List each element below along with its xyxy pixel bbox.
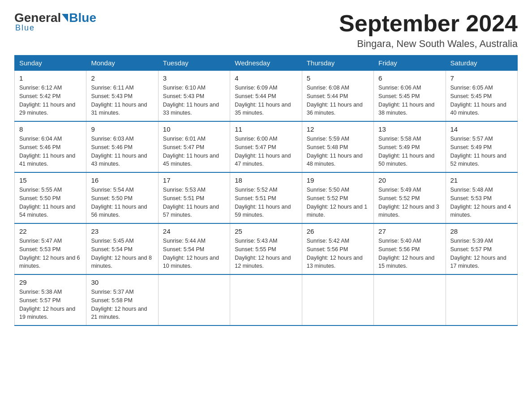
day-info: Sunrise: 6:05 AMSunset: 5:45 PMDaylight:… — [450, 84, 513, 117]
calendar-cell: 14Sunrise: 5:57 AMSunset: 5:49 PMDayligh… — [446, 121, 517, 172]
weekday-header-tuesday: Tuesday — [158, 56, 230, 71]
weekday-header-thursday: Thursday — [302, 56, 373, 71]
calendar-cell — [158, 274, 230, 325]
day-info: Sunrise: 5:58 AMSunset: 5:49 PMDaylight:… — [378, 135, 441, 168]
calendar-cell: 15Sunrise: 5:55 AMSunset: 5:50 PMDayligh… — [15, 172, 86, 223]
logo-triangle-icon — [62, 14, 68, 22]
weekday-header-sunday: Sunday — [15, 56, 86, 71]
month-title: September 2024 — [339, 11, 518, 36]
calendar-cell: 21Sunrise: 5:48 AMSunset: 5:53 PMDayligh… — [446, 172, 517, 223]
day-number: 12 — [307, 125, 369, 133]
day-number: 21 — [450, 176, 513, 184]
day-number: 29 — [19, 278, 82, 286]
day-info: Sunrise: 5:47 AMSunset: 5:53 PMDaylight:… — [19, 237, 82, 270]
day-number: 30 — [91, 278, 153, 286]
logo-blue-text: Blue — [69, 11, 96, 25]
day-number: 13 — [378, 125, 441, 133]
day-info: Sunrise: 5:44 AMSunset: 5:54 PMDaylight:… — [163, 237, 225, 270]
calendar-cell: 8Sunrise: 6:04 AMSunset: 5:46 PMDaylight… — [15, 121, 86, 172]
calendar-cell: 5Sunrise: 6:08 AMSunset: 5:44 PMDaylight… — [302, 71, 373, 122]
day-number: 17 — [163, 176, 225, 184]
title-block: September 2024 Bingara, New South Wales,… — [339, 11, 518, 50]
location-title: Bingara, New South Wales, Australia — [339, 38, 518, 50]
day-number: 10 — [163, 125, 225, 133]
calendar-cell — [230, 274, 302, 325]
day-info: Sunrise: 5:40 AMSunset: 5:56 PMDaylight:… — [378, 237, 441, 270]
calendar-cell — [302, 274, 373, 325]
calendar-cell: 23Sunrise: 5:45 AMSunset: 5:54 PMDayligh… — [86, 223, 158, 274]
day-number: 26 — [307, 227, 369, 235]
day-number: 3 — [163, 74, 225, 82]
day-info: Sunrise: 5:49 AMSunset: 5:52 PMDaylight:… — [378, 186, 441, 219]
calendar-table: SundayMondayTuesdayWednesdayThursdayFrid… — [14, 55, 518, 326]
day-info: Sunrise: 6:10 AMSunset: 5:43 PMDaylight:… — [163, 84, 225, 117]
calendar-cell: 10Sunrise: 6:01 AMSunset: 5:47 PMDayligh… — [158, 121, 230, 172]
weekday-header-saturday: Saturday — [446, 56, 517, 71]
day-number: 11 — [235, 125, 297, 133]
day-info: Sunrise: 5:54 AMSunset: 5:50 PMDaylight:… — [91, 186, 153, 219]
calendar-cell: 6Sunrise: 6:06 AMSunset: 5:45 PMDaylight… — [374, 71, 446, 122]
calendar-cell: 27Sunrise: 5:40 AMSunset: 5:56 PMDayligh… — [374, 223, 446, 274]
day-number: 28 — [450, 227, 513, 235]
day-number: 2 — [91, 74, 153, 82]
day-info: Sunrise: 6:04 AMSunset: 5:46 PMDaylight:… — [19, 135, 82, 168]
calendar-cell: 17Sunrise: 5:53 AMSunset: 5:51 PMDayligh… — [158, 172, 230, 223]
calendar-cell: 26Sunrise: 5:42 AMSunset: 5:56 PMDayligh… — [302, 223, 373, 274]
calendar-week-row: 8Sunrise: 6:04 AMSunset: 5:46 PMDaylight… — [15, 121, 518, 172]
day-info: Sunrise: 6:06 AMSunset: 5:45 PMDaylight:… — [378, 84, 441, 117]
weekday-header-row: SundayMondayTuesdayWednesdayThursdayFrid… — [15, 56, 518, 71]
calendar-week-row: 22Sunrise: 5:47 AMSunset: 5:53 PMDayligh… — [15, 223, 518, 274]
day-info: Sunrise: 5:53 AMSunset: 5:51 PMDaylight:… — [163, 186, 225, 219]
day-info: Sunrise: 6:00 AMSunset: 5:47 PMDaylight:… — [235, 135, 297, 168]
day-info: Sunrise: 5:48 AMSunset: 5:53 PMDaylight:… — [450, 186, 513, 219]
day-number: 20 — [378, 176, 441, 184]
calendar-week-row: 29Sunrise: 5:38 AMSunset: 5:57 PMDayligh… — [15, 274, 518, 325]
day-number: 4 — [235, 74, 297, 82]
calendar-cell — [446, 274, 517, 325]
day-info: Sunrise: 6:01 AMSunset: 5:47 PMDaylight:… — [163, 135, 225, 168]
day-info: Sunrise: 6:11 AMSunset: 5:43 PMDaylight:… — [91, 84, 153, 117]
day-number: 7 — [450, 74, 513, 82]
day-number: 27 — [378, 227, 441, 235]
day-info: Sunrise: 6:03 AMSunset: 5:46 PMDaylight:… — [91, 135, 153, 168]
logo-underline: Blue — [15, 23, 35, 33]
calendar-week-row: 1Sunrise: 6:12 AMSunset: 5:42 PMDaylight… — [15, 71, 518, 122]
calendar-cell: 2Sunrise: 6:11 AMSunset: 5:43 PMDaylight… — [86, 71, 158, 122]
weekday-header-friday: Friday — [374, 56, 446, 71]
day-number: 15 — [19, 176, 82, 184]
calendar-cell: 24Sunrise: 5:44 AMSunset: 5:54 PMDayligh… — [158, 223, 230, 274]
day-info: Sunrise: 5:57 AMSunset: 5:49 PMDaylight:… — [450, 135, 513, 168]
day-number: 16 — [91, 176, 153, 184]
calendar-cell: 25Sunrise: 5:43 AMSunset: 5:55 PMDayligh… — [230, 223, 302, 274]
day-number: 22 — [19, 227, 82, 235]
weekday-header-wednesday: Wednesday — [230, 56, 302, 71]
calendar-cell: 11Sunrise: 6:00 AMSunset: 5:47 PMDayligh… — [230, 121, 302, 172]
calendar-week-row: 15Sunrise: 5:55 AMSunset: 5:50 PMDayligh… — [15, 172, 518, 223]
calendar-cell: 1Sunrise: 6:12 AMSunset: 5:42 PMDaylight… — [15, 71, 86, 122]
calendar-cell: 30Sunrise: 5:37 AMSunset: 5:58 PMDayligh… — [86, 274, 158, 325]
calendar-cell: 3Sunrise: 6:10 AMSunset: 5:43 PMDaylight… — [158, 71, 230, 122]
calendar-cell: 4Sunrise: 6:09 AMSunset: 5:44 PMDaylight… — [230, 71, 302, 122]
calendar-cell: 20Sunrise: 5:49 AMSunset: 5:52 PMDayligh… — [374, 172, 446, 223]
weekday-header-monday: Monday — [86, 56, 158, 71]
day-info: Sunrise: 5:39 AMSunset: 5:57 PMDaylight:… — [450, 237, 513, 270]
calendar-cell: 16Sunrise: 5:54 AMSunset: 5:50 PMDayligh… — [86, 172, 158, 223]
day-number: 1 — [19, 74, 82, 82]
day-number: 5 — [307, 74, 369, 82]
calendar-cell: 18Sunrise: 5:52 AMSunset: 5:51 PMDayligh… — [230, 172, 302, 223]
calendar-cell: 13Sunrise: 5:58 AMSunset: 5:49 PMDayligh… — [374, 121, 446, 172]
day-info: Sunrise: 5:43 AMSunset: 5:55 PMDaylight:… — [235, 237, 297, 270]
day-number: 25 — [235, 227, 297, 235]
page-header: General Blue Blue September 2024 Bingara… — [14, 11, 518, 50]
day-info: Sunrise: 5:37 AMSunset: 5:58 PMDaylight:… — [91, 288, 153, 321]
day-info: Sunrise: 5:42 AMSunset: 5:56 PMDaylight:… — [307, 237, 369, 270]
calendar-cell: 22Sunrise: 5:47 AMSunset: 5:53 PMDayligh… — [15, 223, 86, 274]
day-number: 6 — [378, 74, 441, 82]
calendar-cell: 9Sunrise: 6:03 AMSunset: 5:46 PMDaylight… — [86, 121, 158, 172]
day-number: 24 — [163, 227, 225, 235]
day-number: 23 — [91, 227, 153, 235]
day-number: 19 — [307, 176, 369, 184]
logo: General Blue Blue — [14, 11, 96, 33]
calendar-cell: 12Sunrise: 5:59 AMSunset: 5:48 PMDayligh… — [302, 121, 373, 172]
day-number: 8 — [19, 125, 82, 133]
